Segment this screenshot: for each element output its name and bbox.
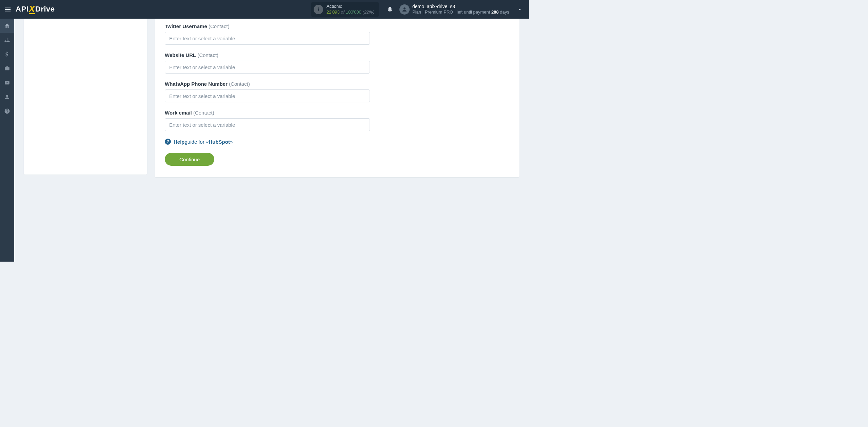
briefcase-icon: [4, 65, 10, 72]
home-icon: [4, 23, 10, 29]
logo[interactable]: API X Drive: [16, 5, 55, 14]
help-icon: ?: [165, 139, 171, 145]
sidebar: [0, 19, 14, 262]
label-text: Website URL: [165, 52, 196, 58]
field-label: Twitter Username (Contact): [165, 23, 509, 29]
actions-label: Actions:: [327, 4, 374, 9]
chevron-down-icon: [517, 7, 522, 12]
logo-x: X: [29, 5, 35, 14]
sidebar-item-billing[interactable]: [0, 47, 14, 61]
logo-drive: Drive: [35, 5, 55, 14]
sidebar-item-connections[interactable]: [0, 33, 14, 47]
sidebar-item-videos[interactable]: [0, 76, 14, 90]
info-icon: i: [314, 5, 323, 14]
hamburger-icon: [4, 6, 12, 13]
sidebar-item-account[interactable]: [0, 90, 14, 104]
help-text: guide for «: [185, 139, 209, 145]
label-hint: (Contact): [197, 52, 218, 58]
sidebar-item-home[interactable]: [0, 19, 14, 33]
label-hint: (Contact): [229, 81, 250, 87]
avatar-icon[interactable]: [399, 4, 410, 15]
field-work-email: Work email (Contact): [165, 110, 509, 131]
left-card: [24, 19, 147, 175]
field-label: WhatsApp Phone Number (Contact): [165, 81, 509, 87]
user-name: demo_apix-drive_s3: [412, 4, 514, 9]
help-close: »: [230, 139, 233, 145]
youtube-icon: [4, 80, 10, 86]
label-text: Twitter Username: [165, 23, 207, 29]
plan-line: Plan | Premium PRO | left until payment …: [412, 9, 514, 15]
content: Twitter Username (Contact) Website URL (…: [14, 19, 529, 262]
form-card: Twitter Username (Contact) Website URL (…: [155, 19, 519, 177]
notifications-button[interactable]: [384, 6, 395, 13]
label-hint: (Contact): [209, 23, 230, 29]
field-whatsapp-phone: WhatsApp Phone Number (Contact): [165, 81, 509, 102]
whatsapp-phone-input[interactable]: [165, 89, 370, 102]
help-bold: Help: [174, 139, 185, 145]
label-hint: (Contact): [193, 110, 214, 116]
actions-of: of: [341, 9, 344, 15]
cards-row: Twitter Username (Contact) Website URL (…: [14, 19, 529, 177]
user-icon: [4, 94, 10, 100]
logo-api: API: [16, 5, 28, 14]
sidebar-item-briefcase[interactable]: [0, 61, 14, 76]
dollar-icon: [4, 51, 10, 57]
topbar: API X Drive i Actions: 22'093 of 100'000…: [0, 0, 529, 19]
twitter-username-input[interactable]: [165, 32, 370, 45]
menu-toggle[interactable]: [1, 3, 14, 16]
field-label: Website URL (Contact): [165, 52, 509, 58]
field-website-url: Website URL (Contact): [165, 52, 509, 74]
actions-total: 100'000: [346, 9, 361, 15]
website-url-input[interactable]: [165, 61, 370, 74]
actions-counter[interactable]: i Actions: 22'093 of 100'000 (22%): [311, 2, 379, 17]
actions-used: 22'093: [327, 9, 340, 15]
help-service: HubSpot: [209, 139, 230, 145]
actions-text: Actions: 22'093 of 100'000 (22%): [327, 4, 374, 15]
continue-button[interactable]: Continue: [165, 153, 214, 166]
sidebar-item-help[interactable]: [0, 104, 14, 118]
label-text: WhatsApp Phone Number: [165, 81, 228, 87]
field-label: Work email (Contact): [165, 110, 509, 116]
help-link[interactable]: ? Help guide for « HubSpot »: [165, 139, 509, 145]
bell-icon: [387, 6, 393, 13]
field-twitter-username: Twitter Username (Contact): [165, 23, 509, 45]
help-icon: [4, 108, 10, 114]
user-menu-toggle[interactable]: [514, 7, 526, 12]
work-email-input[interactable]: [165, 118, 370, 131]
user-block[interactable]: demo_apix-drive_s3 Plan | Premium PRO | …: [412, 4, 514, 15]
actions-pct: (22%): [362, 9, 374, 15]
label-text: Work email: [165, 110, 192, 116]
sitemap-icon: [4, 37, 10, 43]
